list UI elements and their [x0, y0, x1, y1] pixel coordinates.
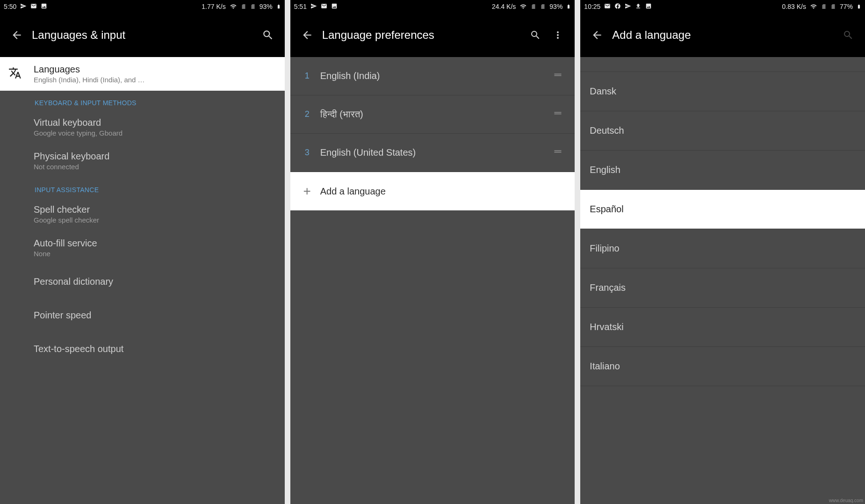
language-option[interactable]: Filipino	[580, 229, 865, 268]
language-option[interactable]: Dansk	[580, 72, 865, 111]
language-name: English (United States)	[317, 147, 549, 158]
languages-sub: English (India), Hindi (India), and …	[34, 76, 276, 84]
send-icon	[310, 3, 317, 11]
back-button[interactable]	[586, 29, 608, 41]
languages-title: Languages	[34, 64, 276, 75]
spell-checker-title: Spell checker	[34, 204, 276, 215]
spell-checker-sub: Google spell checker	[34, 216, 276, 224]
language-row[interactable]: 1English (India)	[290, 57, 575, 95]
wifi-icon	[230, 3, 237, 10]
search-button[interactable]	[257, 29, 279, 41]
search-button[interactable]	[524, 29, 547, 41]
language-option-label: Hrvatski	[590, 322, 623, 332]
autofill-row[interactable]: Auto-fill service None	[0, 231, 285, 265]
tts-row[interactable]: Text-to-speech output	[0, 332, 285, 366]
add-language-row[interactable]: + Add a language	[290, 172, 575, 210]
sim-icon-2	[540, 3, 546, 10]
gmail-icon	[604, 3, 611, 11]
search-button[interactable]	[837, 29, 859, 41]
send-icon	[625, 3, 631, 11]
spell-checker-row[interactable]: Spell checker Google spell checker	[0, 197, 285, 231]
upload-icon	[635, 3, 642, 11]
language-index: 1	[298, 71, 317, 81]
sim-icon	[531, 3, 536, 10]
language-option-label: English	[590, 165, 620, 175]
language-name: English (India)	[317, 71, 549, 81]
page-title: Languages & input	[28, 29, 257, 42]
status-battery-pct: 77%	[840, 3, 853, 10]
language-option[interactable]: Deutsch	[580, 111, 865, 151]
drag-handle-icon[interactable]	[548, 147, 567, 158]
language-option[interactable]: Hrvatski	[580, 308, 865, 347]
language-option-label: Italiano	[590, 361, 620, 372]
status-net-speed: 0.83 K/s	[782, 3, 806, 10]
language-option[interactable]: Italiano	[580, 347, 865, 386]
sim-icon	[821, 3, 827, 10]
sim-icon-2	[830, 3, 836, 10]
status-bar: 5:51 24.4 K/s 93%	[290, 0, 575, 13]
status-net-speed: 1.77 K/s	[202, 3, 225, 10]
facebook-icon	[614, 3, 621, 11]
status-battery-pct: 93%	[260, 3, 273, 10]
language-row[interactable]: 2हिन्दी (भारत)	[290, 95, 575, 134]
language-option-label: Español	[590, 204, 623, 215]
sim-icon	[241, 3, 246, 10]
screenshot-language-preferences: 5:51 24.4 K/s 93% Language preferences	[290, 0, 575, 504]
page-title: Add a language	[608, 29, 837, 42]
wifi-icon	[519, 3, 527, 10]
wifi-icon	[810, 3, 817, 10]
language-option[interactable]: Español	[580, 190, 865, 229]
back-button[interactable]	[6, 29, 28, 41]
gmail-icon	[30, 3, 37, 11]
language-index: 3	[298, 148, 317, 158]
battery-icon	[276, 3, 281, 10]
language-option[interactable]: English	[580, 151, 865, 190]
autofill-title: Auto-fill service	[34, 238, 276, 249]
physical-keyboard-sub: Not connected	[34, 163, 276, 171]
status-time: 5:51	[294, 3, 307, 10]
pointer-speed-title: Pointer speed	[34, 310, 276, 321]
language-row[interactable]: 3English (United States)	[290, 134, 575, 172]
drag-handle-icon[interactable]	[548, 70, 567, 82]
language-option-label: Dansk	[590, 86, 616, 97]
drag-handle-icon[interactable]	[548, 108, 567, 120]
section-assist-header: INPUT ASSISTANCE	[0, 178, 285, 197]
app-bar: Languages & input	[0, 13, 285, 57]
send-icon	[20, 3, 27, 11]
personal-dictionary-row[interactable]: Personal dictionary	[0, 265, 285, 298]
photo-icon	[645, 3, 652, 11]
section-keyboard-header: KEYBOARD & INPUT METHODS	[0, 91, 285, 110]
sim-icon-2	[250, 3, 256, 10]
autofill-sub: None	[34, 250, 276, 258]
overflow-menu-button[interactable]	[547, 29, 569, 41]
language-name: हिन्दी (भारत)	[317, 109, 549, 120]
virtual-keyboard-title: Virtual keyboard	[34, 117, 276, 128]
plus-icon: +	[298, 184, 317, 199]
gmail-icon	[321, 3, 327, 11]
add-language-label: Add a language	[317, 186, 568, 197]
app-bar: Language preferences	[290, 13, 575, 57]
personal-dictionary-title: Personal dictionary	[34, 276, 276, 287]
photo-icon	[41, 3, 47, 11]
status-time: 5:50	[4, 3, 16, 10]
screenshot-add-language: 10:25 0.83 K/s 77% Add a language	[580, 0, 865, 504]
translate-icon	[8, 66, 22, 81]
pointer-speed-row[interactable]: Pointer speed	[0, 298, 285, 332]
status-time: 10:25	[584, 3, 600, 10]
list-peek-top	[580, 57, 865, 72]
language-option-label: Français	[590, 282, 626, 293]
status-bar: 10:25 0.83 K/s 77%	[580, 0, 865, 13]
language-index: 2	[298, 109, 317, 119]
virtual-keyboard-sub: Google voice typing, Gboard	[34, 129, 276, 137]
back-button[interactable]	[296, 29, 318, 41]
page-title: Language preferences	[318, 29, 525, 42]
languages-row[interactable]: Languages English (India), Hindi (India)…	[0, 57, 285, 91]
app-bar: Add a language	[580, 13, 865, 57]
physical-keyboard-title: Physical keyboard	[34, 151, 276, 162]
language-option-label: Deutsch	[590, 125, 624, 136]
physical-keyboard-row[interactable]: Physical keyboard Not connected	[0, 144, 285, 178]
virtual-keyboard-row[interactable]: Virtual keyboard Google voice typing, Gb…	[0, 110, 285, 144]
status-battery-pct: 93%	[549, 3, 562, 10]
status-net-speed: 24.4 K/s	[492, 3, 516, 10]
language-option[interactable]: Français	[580, 268, 865, 308]
